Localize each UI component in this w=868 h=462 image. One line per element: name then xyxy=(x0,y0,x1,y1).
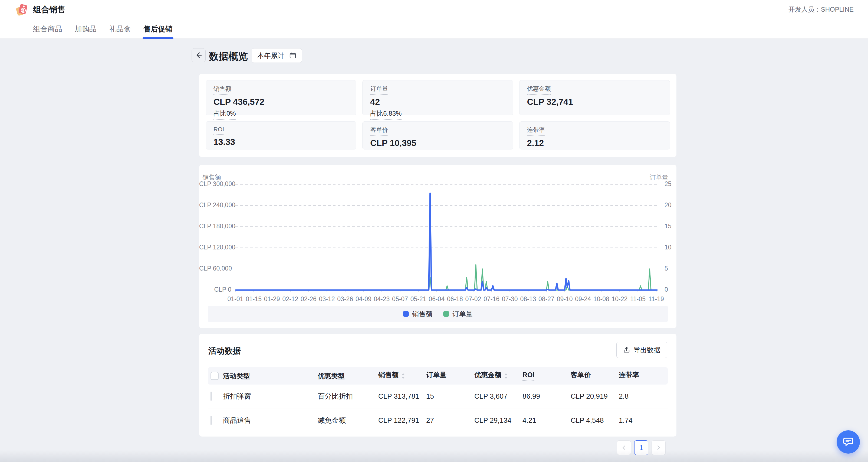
cell-discount-type: 百分比折扣 xyxy=(318,392,378,401)
export-icon xyxy=(623,346,630,353)
back-arrow-icon xyxy=(195,52,203,59)
metric-card-attach-rate: 连带率 2.12 xyxy=(519,121,670,149)
metric-card-sales: 销售额 CLP 436,572 占比0% xyxy=(206,80,356,115)
metric-label: 客单价 xyxy=(370,126,388,136)
col-sales: 销售额 xyxy=(378,371,399,381)
metric-sub: 占比0% xyxy=(214,109,236,120)
chevron-right-icon xyxy=(656,445,661,450)
y-axis-label: 0 xyxy=(664,286,668,293)
cell-orders: 27 xyxy=(426,416,474,425)
col-orders: 订单量 xyxy=(426,371,446,381)
app-logo: $ xyxy=(15,2,29,17)
col-activity-type: 活动类型 xyxy=(223,372,250,380)
developer-label: 开发人员：SHOPLINE xyxy=(788,0,854,19)
cell-roi: 4.21 xyxy=(523,416,571,425)
select-all-checkbox[interactable] xyxy=(211,372,219,380)
cell-sales: CLP 122,791 xyxy=(378,416,426,425)
metric-value: CLP 10,395 xyxy=(370,138,505,148)
x-axis-label: 11-19 xyxy=(643,295,670,303)
metric-label: 订单量 xyxy=(370,85,388,95)
col-aov: 客单价 xyxy=(571,371,591,381)
metric-card-roi: ROI 13.33 xyxy=(206,121,356,149)
col-discount-amount: 优惠金额 xyxy=(474,371,501,381)
chart-legend: 销售额订单量 xyxy=(208,306,668,322)
sort-icon[interactable] xyxy=(401,373,405,379)
cell-activity-type: 商品追售 xyxy=(223,416,318,425)
legend-label: 订单量 xyxy=(453,310,473,318)
cell-discount-type: 减免金额 xyxy=(318,416,378,425)
legend-label: 销售额 xyxy=(412,310,432,318)
page-title: 数据概览 xyxy=(209,50,248,63)
cell-attach-rate: 2.8 xyxy=(619,392,668,401)
cell-attach-rate: 1.74 xyxy=(619,416,668,425)
export-label: 导出数据 xyxy=(633,346,660,354)
cell-sales: CLP 313,781 xyxy=(378,392,426,401)
sort-icon[interactable] xyxy=(504,373,508,379)
y-axis-label: 25 xyxy=(664,180,672,188)
metric-label: ROI xyxy=(214,126,224,135)
metric-value: CLP 436,572 xyxy=(214,97,348,107)
row-checkbox[interactable] xyxy=(211,392,212,401)
pagination: 1 xyxy=(199,440,665,455)
y-axis-label: CLP 120,000 xyxy=(199,244,231,251)
tab-bar: 组合商品 加购品 礼品盒 售后促销 xyxy=(0,19,868,39)
cell-discount-amount: CLP 3,607 xyxy=(474,392,523,401)
cell-aov: CLP 4,548 xyxy=(571,416,619,425)
activity-panel: 活动数据 导出数据 活动类型 优惠类型 销售额 订单量 优惠金额 ROI xyxy=(199,334,676,437)
chat-fab-button[interactable] xyxy=(837,430,860,454)
metrics-panel: 销售额 CLP 436,572 占比0% 订单量 42 占比6.83% 优惠金额… xyxy=(199,74,676,157)
y-axis-label: 10 xyxy=(664,244,672,251)
row-checkbox[interactable] xyxy=(211,416,212,425)
cell-orders: 15 xyxy=(426,392,474,401)
top-bar: $ 组合销售 开发人员：SHOPLINE xyxy=(0,0,868,19)
tab-gift-box[interactable]: 礼品盒 xyxy=(109,19,131,38)
metric-value: 42 xyxy=(370,97,505,107)
y-axis-label: CLP 240,000 xyxy=(199,201,231,209)
activity-table: 活动类型 优惠类型 销售额 订单量 优惠金额 ROI 客单价 连带率 折扣弹窗 … xyxy=(208,367,668,432)
legend-item[interactable]: 订单量 xyxy=(443,310,473,318)
col-roi: ROI xyxy=(523,371,534,381)
svg-text:$: $ xyxy=(22,8,25,13)
table-row[interactable]: 折扣弹窗 百分比折扣 CLP 313,781 15 CLP 3,607 86.9… xyxy=(208,384,668,408)
back-button[interactable] xyxy=(192,48,206,62)
cell-activity-type: 折扣弹窗 xyxy=(223,392,318,401)
y-axis-label: CLP 60,000 xyxy=(199,265,231,272)
metric-value: 13.33 xyxy=(214,137,348,147)
cell-aov: CLP 20,919 xyxy=(571,392,619,401)
metric-card-aov: 客单价 CLP 10,395 xyxy=(362,121,513,149)
cell-discount-amount: CLP 29,134 xyxy=(474,416,523,425)
table-header-row: 活动类型 优惠类型 销售额 订单量 优惠金额 ROI 客单价 连带率 xyxy=(208,367,668,384)
metric-sub: 占比6.83% xyxy=(370,109,402,120)
y-axis-label: 15 xyxy=(664,223,672,230)
export-data-button[interactable]: 导出数据 xyxy=(616,342,667,358)
sales-orders-line-chart xyxy=(236,184,657,293)
date-range-select[interactable]: 本年累计 xyxy=(252,48,302,63)
col-attach-rate: 连带率 xyxy=(619,371,639,381)
metric-card-discount-amount: 优惠金额 CLP 32,741 xyxy=(519,80,670,115)
next-page-button[interactable] xyxy=(652,440,665,455)
prev-page-button[interactable] xyxy=(617,440,631,455)
metric-value: 2.12 xyxy=(527,138,662,148)
chat-icon xyxy=(843,436,854,447)
page-number-button[interactable]: 1 xyxy=(634,440,648,455)
legend-chip-icon xyxy=(443,311,449,317)
legend-item[interactable]: 销售额 xyxy=(403,310,432,318)
y-axis-label: CLP 0 xyxy=(199,286,231,293)
metric-label: 优惠金额 xyxy=(527,85,551,95)
col-discount-type: 优惠类型 xyxy=(318,372,345,380)
y-axis-label: 20 xyxy=(664,201,672,209)
y-axis-label: 5 xyxy=(664,265,668,272)
legend-chip-icon xyxy=(403,311,409,317)
metric-label: 连带率 xyxy=(527,126,545,136)
y-axis-label: CLP 300,000 xyxy=(199,180,231,188)
y-axis-label: CLP 180,000 xyxy=(199,223,231,230)
table-row[interactable]: 商品追售 减免金额 CLP 122,791 27 CLP 29,134 4.21… xyxy=(208,408,668,432)
calendar-icon xyxy=(289,52,296,59)
activity-title: 活动数据 xyxy=(208,346,241,357)
tab-post-purchase[interactable]: 售后促销 xyxy=(144,19,173,38)
chevron-left-icon xyxy=(621,445,626,450)
cell-roi: 86.99 xyxy=(523,392,571,401)
tab-addon-items[interactable]: 加购品 xyxy=(75,19,97,38)
tab-bundle-products[interactable]: 组合商品 xyxy=(33,19,62,38)
metric-card-orders: 订单量 42 占比6.83% xyxy=(362,80,513,115)
